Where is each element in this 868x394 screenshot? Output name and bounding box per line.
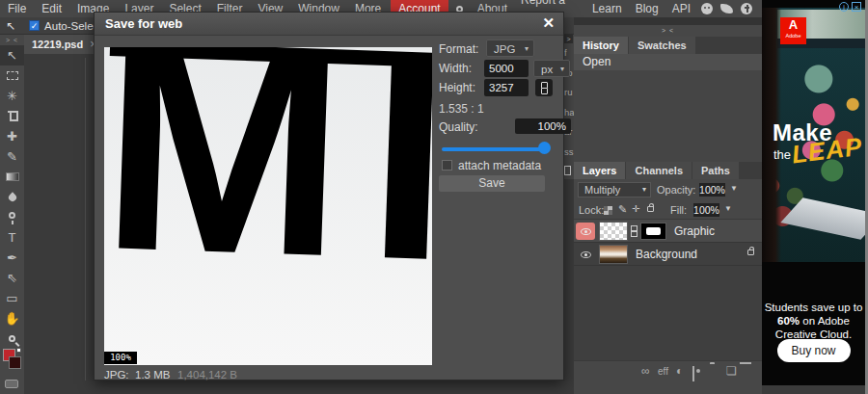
rectangle-tool[interactable]: ▭ (0, 288, 24, 308)
lock-move-icon[interactable]: ✛ (632, 203, 639, 214)
preview-zoom-badge: 100% (104, 352, 137, 364)
lock-all-icon[interactable] (647, 206, 654, 212)
adobe-logo-mark: A (780, 17, 806, 33)
default-colors-icon[interactable] (16, 348, 21, 353)
image-preview[interactable]: MI 100% (104, 47, 432, 365)
gradient-tool[interactable] (0, 167, 24, 187)
magic-wand-tool[interactable]: ✳ (0, 86, 24, 106)
tab-history[interactable]: History (574, 37, 628, 54)
buy-now-button[interactable]: Buy now (776, 339, 850, 362)
layer-list-empty (574, 266, 762, 358)
dialog-header[interactable]: Save for web ✕ (95, 13, 563, 36)
unit-select[interactable]: px ▾ (533, 60, 570, 77)
menu-api[interactable]: API (665, 0, 697, 17)
visibility-toggle[interactable] (576, 223, 595, 240)
check-icon: ✓ (31, 21, 39, 31)
unit-value: px (541, 64, 553, 75)
history-item-open[interactable]: Open (574, 54, 762, 70)
save-for-web-dialog: Save for web ✕ MI 100% Format: JPG ▾ Wid… (94, 12, 564, 381)
blend-mode-value: Multiply (584, 184, 620, 196)
hand-tool[interactable]: ✋ (0, 308, 24, 328)
panel-collapse-icon[interactable]: > (564, 35, 573, 43)
layer-mask-thumbnail[interactable] (640, 223, 666, 240)
rect-select-tool[interactable] (0, 66, 24, 86)
dialog-close-icon[interactable]: ✕ (542, 14, 555, 32)
menu-edit[interactable]: Edit (34, 0, 69, 17)
toolbar-collapse[interactable]: > < (0, 35, 24, 45)
path-select-tool[interactable]: ⇖ (0, 268, 24, 288)
save-button[interactable]: Save (439, 175, 545, 192)
ad-close-icon[interactable]: × (852, 2, 861, 12)
format-label: Format: (439, 42, 478, 56)
menu-file[interactable]: File (0, 0, 34, 17)
lock-paint-icon[interactable]: ✎ (618, 203, 627, 216)
adjustment-layer-icon[interactable]: ◐ (676, 364, 683, 379)
quick-mask-button[interactable] (5, 380, 18, 388)
layer-thumbnail[interactable] (599, 245, 628, 264)
blur-tool[interactable] (0, 187, 24, 207)
fill-value[interactable]: 100% (693, 203, 719, 217)
advertisement[interactable]: A Adobe i × Make the LEAP Students save … (762, 0, 865, 385)
quality-input[interactable]: 100% (515, 118, 571, 134)
type-tool[interactable]: T (0, 227, 24, 248)
dodge-tool[interactable] (0, 207, 24, 227)
height-label: Height: (439, 81, 475, 94)
eye-icon (581, 251, 591, 258)
layer-row-background[interactable]: Background (574, 243, 762, 266)
reddit-icon[interactable] (701, 3, 713, 14)
ad-body-text: Students save up to 60% on Adobe Creativ… (762, 301, 865, 341)
layer-name[interactable]: Graphic (674, 224, 715, 238)
height-input[interactable]: 3257 (484, 79, 529, 96)
layer-lock-icon (747, 250, 754, 255)
layers-tab-row: Layers Channels Paths (574, 162, 762, 179)
visibility-toggle[interactable] (576, 246, 595, 263)
document-tab[interactable]: 12219.psd × (24, 35, 104, 54)
adobe-logo-text: Adobe (780, 33, 806, 39)
tab-swatches[interactable]: Swatches (629, 37, 695, 54)
menu-blog[interactable]: Blog (629, 0, 665, 17)
layer-effects-icon[interactable]: eff (658, 364, 668, 379)
active-tool-icon: ↖ (6, 19, 15, 33)
layer-thumbnail[interactable] (599, 222, 628, 241)
blend-arrow-icon: ▾ (642, 183, 646, 197)
lock-transparency-icon[interactable] (604, 206, 612, 215)
zoom-tool[interactable] (0, 328, 24, 349)
clipped-text: ss (564, 143, 574, 163)
facebook-icon[interactable] (741, 3, 752, 14)
menu-learn[interactable]: Learn (585, 0, 629, 17)
layer-row-graphic[interactable]: Graphic (574, 220, 762, 243)
pen-tool[interactable]: ✒ (0, 248, 24, 268)
crop-tool[interactable] (0, 106, 24, 126)
document-edge-line (85, 58, 86, 381)
background-color-swatch[interactable] (9, 356, 21, 369)
link-dimensions-button[interactable] (535, 79, 553, 96)
brush-tool[interactable]: ✎ (0, 146, 24, 167)
quality-slider-knob[interactable] (538, 142, 551, 154)
quality-slider-track[interactable] (442, 147, 550, 151)
move-tool[interactable]: ↖ (0, 45, 24, 66)
clipped-icon (564, 166, 571, 175)
chain-link-icon (540, 82, 549, 94)
blend-mode-select[interactable]: Multiply ▾ (578, 182, 651, 197)
mask-link-icon[interactable] (631, 225, 637, 237)
tab-layers[interactable]: Layers (574, 162, 625, 179)
fill-arrow-icon[interactable]: ▼ (724, 204, 732, 213)
tab-channels[interactable]: Channels (626, 162, 692, 179)
healing-brush-tool[interactable]: ✚ (0, 126, 24, 146)
new-layer-icon[interactable]: ❏ (726, 364, 737, 379)
crop-icon (10, 113, 18, 121)
layer-name[interactable]: Background (636, 248, 697, 261)
layers-panel-footer: ∞ eff ◐ ❏ (574, 360, 762, 381)
opacity-arrow-icon[interactable]: ▼ (730, 184, 738, 193)
auto-select-checkbox[interactable]: ✓ (29, 20, 40, 31)
add-mask-icon[interactable] (692, 367, 694, 381)
format-select[interactable]: JPG ▾ (486, 39, 534, 57)
width-input[interactable]: 5000 (484, 60, 529, 77)
link-layers-icon[interactable]: ∞ (641, 364, 650, 379)
opacity-value[interactable]: 100% (699, 183, 725, 197)
twitter-icon[interactable] (720, 4, 733, 13)
panel-collapse-control[interactable]: > < (574, 25, 762, 37)
metadata-checkbox[interactable] (442, 160, 452, 171)
adchoices-info-icon[interactable]: i (839, 2, 849, 12)
tab-paths[interactable]: Paths (692, 162, 739, 179)
